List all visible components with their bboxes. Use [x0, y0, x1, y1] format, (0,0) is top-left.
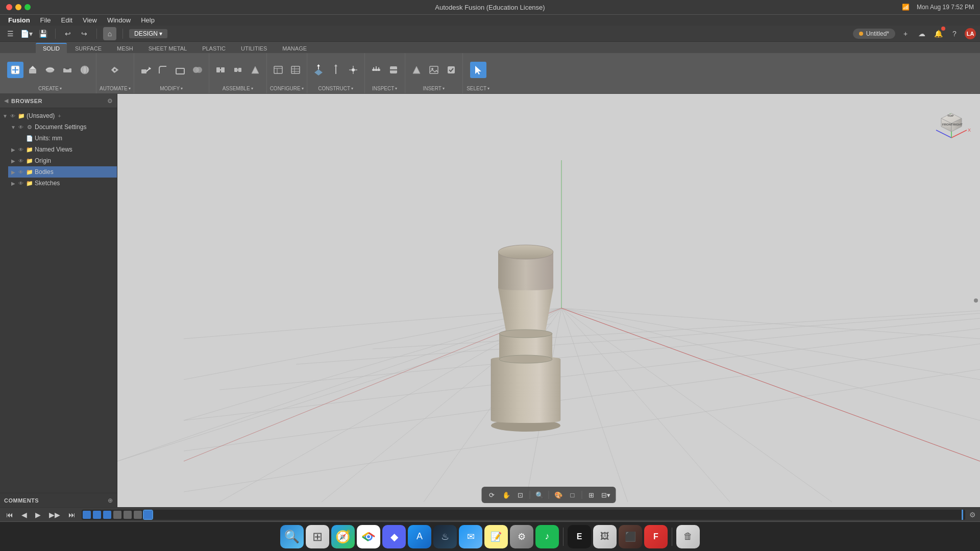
menu-file[interactable]: File [36, 15, 55, 26]
measure-button[interactable] [368, 62, 384, 78]
timeline-item-5[interactable] [124, 511, 132, 519]
dock-minecraft[interactable]: ⬛ [619, 525, 642, 548]
display-mode-button[interactable]: 🎨 [552, 489, 565, 501]
dock-spotify[interactable]: ♪ [535, 525, 559, 548]
inspect-label[interactable]: INSPECT ▾ [372, 86, 397, 91]
revolve-button[interactable] [42, 62, 58, 78]
new-component-button[interactable] [7, 62, 23, 78]
timeline-end-button[interactable]: ⏭ [66, 511, 78, 519]
timeline-item-current[interactable] [144, 511, 152, 519]
timeline-track[interactable] [82, 510, 965, 520]
timeline-rewind-button[interactable]: ⏮ [4, 511, 15, 519]
zoom-in-button[interactable]: 🔍 [533, 489, 546, 501]
sphere-button[interactable] [77, 62, 93, 78]
browser-item-bodies[interactable]: ▶ 👁 📁 Bodies [8, 166, 117, 178]
eye-icon-6[interactable]: 👁 [17, 181, 24, 186]
timeline-prev-button[interactable]: ◀ [19, 511, 29, 519]
construct-label[interactable]: CONSTRUCT ▾ [318, 86, 353, 91]
browser-item-doc-settings[interactable]: ▼ 👁 ⚙ Document Settings [8, 121, 117, 133]
render-button[interactable]: □ [567, 489, 579, 501]
pan-button[interactable]: ✋ [500, 489, 512, 501]
dock-fusion[interactable]: F [644, 525, 668, 548]
tab-solid[interactable]: SOLID [36, 43, 67, 53]
add-tab-button[interactable]: + [899, 28, 912, 40]
dock-notes[interactable]: 📝 [484, 525, 508, 548]
user-avatar[interactable]: LA [965, 28, 976, 39]
dock-system-preferences[interactable]: ⚙ [510, 525, 533, 548]
dock-finder[interactable]: 🔍 [280, 525, 304, 548]
undo-button[interactable]: ↩ [62, 28, 74, 40]
timeline-next-button[interactable]: ▶▶ [47, 511, 62, 519]
timeline-item-6[interactable] [134, 511, 142, 519]
grid-menu-button[interactable]: ☰ [4, 28, 16, 40]
dock-safari[interactable]: 🧭 [331, 525, 355, 548]
save-button[interactable]: 💾 [37, 28, 49, 40]
dock-chrome[interactable] [357, 525, 380, 548]
view-cube[interactable]: X Z TOP FRONT RIGHT [931, 102, 972, 143]
cloud-button[interactable]: ☁ [916, 28, 928, 40]
tab-utilities[interactable]: UTILITIES [234, 44, 274, 53]
joint-button[interactable] [212, 62, 229, 78]
browser-settings-icon[interactable]: ⚙ [107, 97, 113, 105]
decal-button[interactable] [443, 62, 459, 78]
timeline-settings-icon[interactable]: ⚙ [969, 511, 976, 519]
dock-preview[interactable]: 🖼 [593, 525, 617, 548]
modify-label[interactable]: MODIFY ▾ [160, 86, 183, 91]
timeline-item-2[interactable] [93, 511, 101, 519]
minimize-button[interactable] [15, 4, 21, 10]
assemble-label[interactable]: ASSEMBLE ▾ [223, 86, 253, 91]
add-icon[interactable]: + [58, 113, 61, 119]
timeline-play-button[interactable]: ▶ [33, 511, 43, 519]
tab-mesh[interactable]: MESH [110, 44, 140, 53]
dock-launchpad[interactable]: ⊞ [306, 525, 329, 548]
construct-point-button[interactable] [345, 62, 361, 78]
tab-manage[interactable]: MANAGE [275, 44, 314, 53]
create-label[interactable]: CREATE ▾ [38, 86, 62, 91]
browser-item-named-views[interactable]: ▶ 👁 📁 Named Views [8, 144, 117, 155]
automate-button[interactable] [107, 62, 123, 78]
browser-item-unsaved[interactable]: ▼ 👁 📁 (Unsaved) + [0, 110, 117, 121]
redo-button[interactable]: ↪ [78, 28, 90, 40]
zoom-fit-button[interactable]: ⊡ [514, 489, 527, 501]
automate-label[interactable]: AUTOMATE ▾ [100, 86, 131, 91]
as-built-button[interactable] [247, 62, 263, 78]
orbit-button[interactable]: ⟳ [486, 489, 498, 501]
close-button[interactable] [6, 4, 12, 10]
timeline-item-1[interactable] [83, 511, 91, 519]
fullscreen-button[interactable] [24, 4, 31, 10]
section-button[interactable] [385, 62, 402, 78]
eye-icon-3[interactable]: 👁 [17, 147, 24, 153]
dock-epic-games[interactable]: E [568, 525, 591, 548]
parameters-button[interactable] [270, 62, 286, 78]
menu-fusion[interactable]: Fusion [4, 15, 34, 26]
tab-sheet-metal[interactable]: SHEET METAL [141, 44, 194, 53]
menu-window[interactable]: Window [103, 15, 135, 26]
dock-steam[interactable]: ♨ [433, 525, 457, 548]
push-pull-button[interactable] [137, 62, 154, 78]
eye-icon-5[interactable]: 👁 [17, 169, 24, 175]
view-options-button[interactable]: ⊟▾ [600, 489, 612, 501]
configure-label[interactable]: CONFIGURE ▾ [270, 86, 304, 91]
notification-button[interactable]: 🔔 [932, 28, 944, 40]
design-dropdown[interactable]: DESIGN ▾ [129, 29, 167, 38]
construct-axis-button[interactable] [328, 62, 344, 78]
help-button[interactable]: ? [948, 28, 961, 40]
insert-mesh-button[interactable] [408, 62, 425, 78]
select-button[interactable] [470, 62, 486, 78]
extrude-button[interactable] [24, 62, 41, 78]
timeline-item-3[interactable] [103, 511, 111, 519]
browser-collapse-button[interactable]: ◀ [4, 97, 8, 104]
select-label[interactable]: SELECT ▾ [467, 86, 489, 91]
hole-button[interactable] [59, 62, 76, 78]
eye-icon[interactable]: 👁 [9, 113, 16, 119]
tab-plastic[interactable]: PLASTIC [195, 44, 233, 53]
menu-help[interactable]: Help [137, 15, 159, 26]
eye-icon-4[interactable]: 👁 [17, 158, 24, 164]
dock-discord[interactable]: ◆ [382, 525, 406, 548]
timeline-item-4[interactable] [113, 511, 121, 519]
viewport[interactable]: X Z TOP FRONT RIGHT ⟳ ✋ ⊡ [117, 94, 980, 507]
browser-item-origin[interactable]: ▶ 👁 📁 Origin [8, 155, 117, 166]
home-button[interactable]: ⌂ [103, 27, 116, 40]
dock-mail[interactable]: ✉ [459, 525, 482, 548]
browser-item-sketches[interactable]: ▶ 👁 📁 Sketches [8, 178, 117, 189]
